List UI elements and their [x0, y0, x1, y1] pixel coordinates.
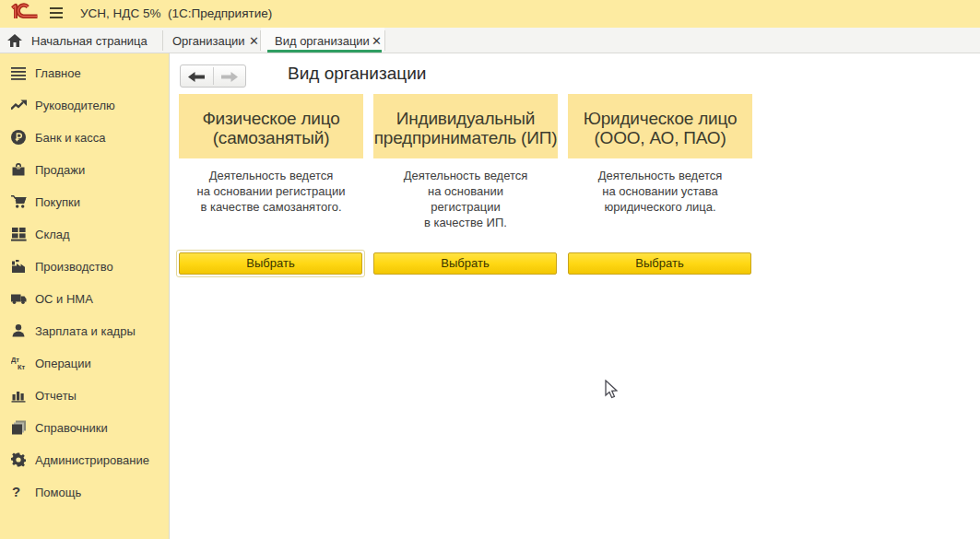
svg-text:Кт: Кт [18, 363, 26, 371]
